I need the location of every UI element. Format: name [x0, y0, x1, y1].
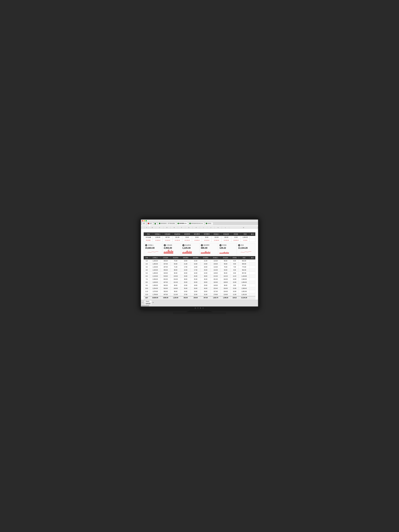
table-cell[interactable]: 1,350.00	[150, 262, 160, 266]
table-cell[interactable]: 25.00	[181, 281, 190, 284]
table-cell[interactable]: 7月	[144, 278, 150, 281]
table-cell[interactable]: 6月	[144, 275, 150, 278]
table-cell[interactable]: 150.00	[221, 287, 231, 290]
table-cell[interactable]: 38.00	[201, 275, 210, 278]
table-cell[interactable]: 201.00	[211, 278, 221, 281]
table-cell[interactable]: 84.00	[171, 262, 181, 266]
table-cell[interactable]: 22.00	[181, 284, 190, 287]
table-cell[interactable]: 1,150.00	[150, 266, 160, 269]
table-cell[interactable]	[249, 259, 255, 262]
tab-home[interactable]: 首页	[141, 222, 146, 225]
table-cell[interactable]: 71.00	[171, 266, 181, 269]
tab-wps[interactable]: 稿壳	[146, 222, 153, 225]
table-cell[interactable]: 22.00	[181, 269, 190, 272]
table-cell[interactable]: 1,630.00	[150, 281, 160, 284]
table-cell[interactable]: 17.00	[181, 266, 190, 269]
table-cell[interactable]: 1,280.00	[150, 272, 160, 275]
table-cell[interactable]: 40.00	[201, 287, 210, 290]
table-cell[interactable]: 337.00	[161, 262, 171, 266]
table-cell[interactable]: 17.00	[190, 269, 201, 272]
table-cell[interactable]: 563.00	[161, 287, 171, 290]
tab-3[interactable]: 财务报表.xlsx	[176, 222, 188, 225]
table-cell[interactable]: 1月	[144, 259, 150, 262]
table-cell[interactable]: 104.00	[221, 290, 231, 293]
table-cell[interactable]: 18.00	[190, 284, 201, 287]
table-cell[interactable]: 1,420.00	[150, 269, 160, 272]
close-btn[interactable]	[142, 220, 143, 222]
table-cell[interactable]: 19.00	[190, 290, 201, 293]
table-cell[interactable]: 25.00	[201, 269, 210, 272]
table-cell[interactable]: 19.00	[231, 278, 239, 281]
minimize-btn[interactable]	[144, 220, 145, 222]
table-cell[interactable]: 16.00	[190, 272, 201, 275]
table-cell[interactable]: 904.00	[239, 262, 249, 266]
table-cell[interactable]: 10月	[144, 287, 150, 290]
table-cell[interactable]: 16.00	[190, 262, 201, 266]
table-cell[interactable]	[249, 275, 255, 278]
table-cell[interactable]: 7.00	[231, 266, 239, 269]
table-cell[interactable]	[249, 272, 255, 275]
table-cell[interactable]: 407.00	[161, 281, 171, 284]
table-cell[interactable]: 28.00	[201, 281, 210, 284]
table-cell[interactable]: 213.30	[211, 275, 221, 278]
table-cell[interactable]: 142.20	[221, 275, 231, 278]
table-cell[interactable]: 20.00	[201, 266, 210, 269]
table-cell[interactable]: 20.00	[190, 281, 201, 284]
table-cell[interactable]: 11月	[144, 290, 150, 293]
table-cell[interactable]	[249, 284, 255, 287]
table-cell[interactable]: 31.00	[201, 293, 210, 296]
table-cell[interactable]	[249, 262, 255, 266]
table-cell[interactable]: 15.00	[190, 259, 201, 262]
table-cell[interactable]: 300.00	[161, 259, 171, 262]
table-cell[interactable]: 157.00	[211, 290, 221, 293]
table-cell[interactable]: 76.00	[221, 266, 231, 269]
table-cell[interactable]: 85.00	[221, 272, 231, 275]
table-cell[interactable]: 88.00	[171, 269, 181, 272]
table-cell[interactable]: 9.00	[231, 284, 239, 287]
table-cell[interactable]: 225.40	[211, 287, 221, 290]
table-cell[interactable]: 10.00	[231, 281, 239, 284]
table-cell[interactable]: 287.00	[161, 266, 171, 269]
table-cell[interactable]: 362.00	[161, 284, 171, 287]
table-cell[interactable]: 45.00	[201, 278, 210, 281]
tab-5[interactable]: 财务报...	[205, 222, 213, 225]
table-cell[interactable]: 1,201.00	[239, 293, 249, 296]
table-cell[interactable]: 25.00	[190, 278, 201, 281]
table-cell[interactable]: 35.00	[181, 287, 190, 290]
table-cell[interactable]	[249, 290, 255, 293]
table-cell[interactable]: 447.00	[161, 293, 171, 296]
table-cell[interactable]: 4月	[144, 269, 150, 272]
table-cell[interactable]: 28.00	[190, 287, 201, 290]
tab-4[interactable]: 财务报表利润分析.xlsx	[188, 222, 204, 225]
table-cell[interactable]: 2,456.00	[150, 278, 160, 281]
table-cell[interactable]: 163.00	[211, 281, 221, 284]
table-cell[interactable]: 21.00	[201, 259, 210, 262]
prev-sheet-arrow[interactable]: <	[141, 302, 142, 303]
table-cell[interactable]: 24.00	[181, 290, 190, 293]
table-cell[interactable]: 9.00	[231, 269, 239, 272]
table-cell[interactable]: 22.00	[190, 293, 201, 296]
table-cell[interactable]: 80.00	[221, 259, 231, 262]
table-cell[interactable]: 10.00	[231, 290, 239, 293]
table-cell[interactable]: 14.00	[190, 266, 201, 269]
table-cell[interactable]: 145.00	[211, 284, 221, 287]
table-cell[interactable]: 101.00	[171, 281, 181, 284]
table-cell[interactable]: 24.00	[201, 262, 210, 266]
table-cell[interactable]: 20.00	[181, 272, 190, 275]
table-cell[interactable]: 28.00	[201, 290, 210, 293]
table-cell[interactable]: 154.00	[171, 278, 181, 281]
table-cell[interactable]: 108.00	[221, 281, 231, 284]
table-cell[interactable]: 857.00	[239, 272, 249, 275]
table-cell[interactable]: 33.00	[181, 275, 190, 278]
formula-input[interactable]	[151, 225, 257, 226]
table-cell[interactable]: 75.00	[171, 259, 181, 262]
table-cell[interactable]: 94.00	[221, 269, 231, 272]
table-cell[interactable]: 111.00	[171, 293, 181, 296]
table-cell[interactable]: 652.00	[161, 278, 171, 281]
table-cell[interactable]: 1,450.00	[150, 284, 160, 287]
table-cell[interactable]: 120.00	[211, 259, 221, 262]
tab-2[interactable]: 财务报表经...否可视化看板	[158, 222, 176, 225]
table-cell[interactable]: 142.00	[211, 269, 221, 272]
table-cell[interactable]: 15.00	[231, 287, 239, 290]
table-cell[interactable]	[249, 293, 255, 296]
